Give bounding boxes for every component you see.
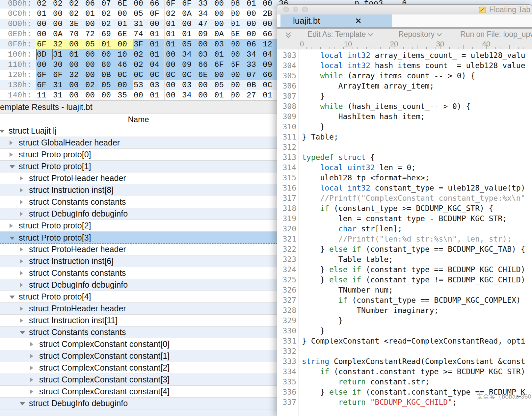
hex-byte[interactable]: 34: [247, 49, 262, 60]
tree-row[interactable]: struct ComplexConstant constant[1]: [0, 350, 277, 362]
hex-byte[interactable]: 6F: [53, 70, 68, 80]
hex-byte[interactable]: 31: [134, 19, 149, 29]
hex-byte[interactable]: 6F: [37, 80, 52, 90]
code-line[interactable]: 319 len = constant_type - BCDUMP_KGC_STR…: [277, 214, 532, 224]
collapse-triangle-icon[interactable]: [10, 296, 15, 299]
code-line[interactable]: 331} ComplexConstant <read=ComplexConsta…: [277, 336, 532, 346]
hex-byte[interactable]: 6F: [214, 60, 229, 70]
hex-byte[interactable]: 46: [118, 60, 133, 70]
hex-byte[interactable]: 01: [230, 19, 246, 29]
hex-byte[interactable]: 74: [134, 29, 149, 39]
expand-triangle-icon[interactable]: [20, 212, 23, 216]
hex-byte[interactable]: 01: [182, 29, 197, 39]
template-results-tree[interactable]: struct Luajit ljstruct GlobalHeader head…: [0, 125, 277, 416]
code-line[interactable]: 303 local int32 array_items_count_ = ule…: [277, 50, 532, 61]
hex-byte[interactable]: 0C: [263, 80, 278, 90]
tree-row[interactable]: struct ProtoHeader header: [0, 172, 277, 184]
hex-byte[interactable]: 05: [214, 80, 229, 90]
hex-byte[interactable]: 01: [69, 49, 84, 60]
expand-triangle-icon[interactable]: [10, 152, 13, 157]
hex-byte[interactable]: 00: [134, 0, 149, 9]
code-line[interactable]: 332: [277, 346, 532, 356]
code-line[interactable]: 334 if (constant.constant_type >= BCDUMP…: [277, 367, 532, 377]
tree-row[interactable]: struct Luajit lj: [0, 125, 277, 137]
expand-triangle-icon[interactable]: [20, 318, 23, 323]
hex-byte[interactable]: 66: [198, 60, 213, 70]
tree-row[interactable]: struct Instruction inst[6]: [0, 255, 277, 267]
hex-byte[interactable]: 6E: [230, 29, 246, 39]
hex-byte[interactable]: 01: [166, 29, 181, 39]
tab-close-icon[interactable]: [355, 18, 361, 24]
hex-byte[interactable]: 0D: [36, 49, 53, 60]
hex-byte[interactable]: 00: [118, 80, 133, 90]
hex-byte[interactable]: 31: [53, 80, 68, 90]
expand-triangle-icon[interactable]: [30, 389, 33, 394]
code-line[interactable]: 308 while (hash_items_count_-- > 0) {: [277, 101, 532, 112]
hex-byte[interactable]: 00: [166, 80, 181, 90]
hex-byte[interactable]: 6E: [198, 70, 213, 80]
hex-byte[interactable]: 00: [69, 80, 84, 90]
code-line[interactable]: 316 local int32 constant_type = uleb128_…: [277, 183, 532, 193]
hex-byte[interactable]: 31: [53, 49, 68, 60]
code-line[interactable]: 329 }: [277, 316, 532, 326]
expand-triangle-icon[interactable]: [30, 377, 33, 382]
hex-byte[interactable]: 00: [166, 90, 181, 100]
hex-byte[interactable]: 03: [214, 39, 229, 49]
tree-row[interactable]: struct ComplexConstant constant[0]: [0, 338, 277, 350]
hex-byte[interactable]: 0C: [118, 70, 133, 80]
code-line[interactable]: 307 }: [277, 91, 532, 101]
hex-byte[interactable]: 00: [37, 29, 52, 39]
code-line[interactable]: 312: [277, 142, 532, 152]
hex-byte[interactable]: 00: [101, 90, 117, 100]
code-line[interactable]: 323 Table table;: [277, 254, 532, 265]
hex-byte[interactable]: 01: [214, 90, 229, 100]
expand-triangle-icon[interactable]: [20, 188, 23, 193]
hex-byte[interactable]: 3E: [69, 19, 84, 29]
hex-byte[interactable]: 02: [134, 49, 149, 60]
hex-byte[interactable]: 0C: [166, 70, 181, 80]
hex-byte[interactable]: 00: [53, 9, 68, 19]
tree-row[interactable]: struct DebugInfo debuginfo: [0, 208, 277, 220]
hex-byte[interactable]: 6E: [118, 0, 133, 9]
expand-triangle-icon[interactable]: [30, 342, 33, 347]
hex-byte[interactable]: 33: [247, 60, 262, 70]
hex-byte[interactable]: 00: [247, 19, 262, 29]
hex-byte[interactable]: 0C: [182, 70, 197, 80]
code-line[interactable]: 335 return constant.str;: [277, 377, 532, 387]
code-line[interactable]: 321 //Printf("len:%d str:%s\n", len, str…: [277, 234, 532, 244]
hex-byte[interactable]: 01: [166, 39, 181, 49]
hex-byte[interactable]: 00: [37, 60, 52, 70]
expand-triangle-icon[interactable]: [20, 306, 23, 311]
hex-byte[interactable]: 00: [263, 19, 278, 29]
tree-row[interactable]: struct ComplexConstant constant[3]: [0, 374, 277, 386]
expand-triangle-icon[interactable]: [10, 141, 13, 145]
tree-row[interactable]: struct Instruction inst[8]: [0, 184, 277, 196]
hex-byte[interactable]: 00: [69, 39, 84, 49]
hex-byte[interactable]: 0A: [214, 29, 229, 39]
hex-byte[interactable]: 01: [150, 39, 165, 49]
code-line[interactable]: 304 local int32 hash_items_count_ = uleb…: [277, 61, 532, 71]
hex-byte[interactable]: 34: [198, 9, 213, 19]
expand-triangle-icon[interactable]: [30, 354, 33, 358]
hex-byte[interactable]: 00: [118, 39, 133, 49]
hex-byte[interactable]: 00: [214, 19, 229, 29]
hex-byte[interactable]: 12: [263, 39, 278, 49]
hex-byte[interactable]: 0B: [247, 80, 262, 90]
hex-byte[interactable]: 72: [85, 29, 100, 39]
results-name-column-header[interactable]: Name: [0, 114, 277, 125]
code-line[interactable]: 310 }: [277, 122, 532, 132]
hex-byte[interactable]: 00: [166, 49, 181, 60]
hex-byte[interactable]: 01: [85, 9, 100, 19]
hex-byte[interactable]: 07: [101, 0, 117, 9]
hex-byte[interactable]: 0A: [182, 9, 197, 19]
code-line[interactable]: 315 uleb128 tp <format=hex>;: [277, 173, 532, 183]
code-line[interactable]: 318 if (constant_type >= BCDUMP_KGC_STR)…: [277, 203, 532, 214]
expand-triangle-icon[interactable]: [20, 259, 23, 264]
code-line[interactable]: 313typedef struct {: [277, 152, 532, 163]
hex-byte[interactable]: 02: [166, 9, 181, 19]
code-line[interactable]: 330 }: [277, 326, 532, 336]
hex-byte[interactable]: 05: [182, 39, 197, 49]
tree-row[interactable]: struct DebugInfo debuginfo: [0, 398, 277, 409]
tree-row[interactable]: struct ProtoHeader header: [0, 244, 277, 255]
hex-byte[interactable]: 34: [182, 90, 197, 100]
